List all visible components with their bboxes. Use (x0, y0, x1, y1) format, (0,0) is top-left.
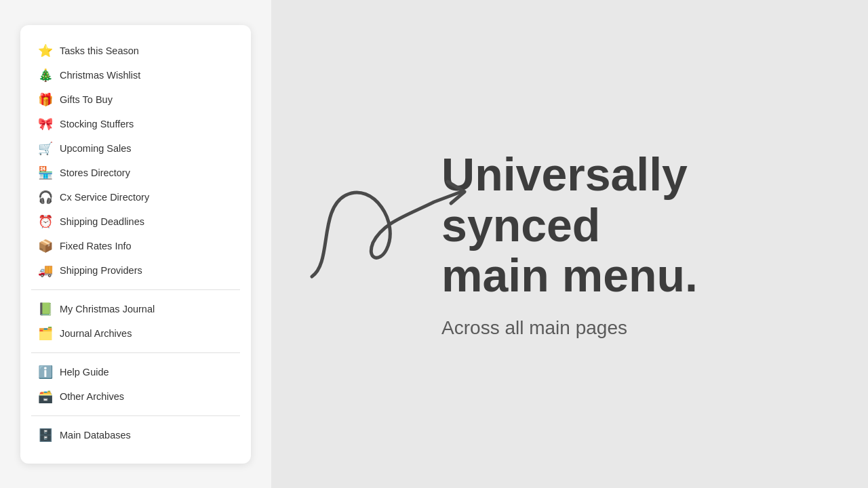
stores-directory-icon: 🏪 (38, 165, 53, 180)
sidebar-item-shipping-providers[interactable]: 🚚Shipping Providers (31, 258, 240, 283)
help-guide-label: Help Guide (60, 367, 109, 378)
sidebar-item-help-guide[interactable]: ℹ️Help Guide (31, 360, 240, 384)
other-archives-label: Other Archives (60, 391, 124, 402)
decorative-arrow (292, 155, 481, 304)
stores-directory-label: Stores Directory (60, 167, 130, 178)
nav-section-main-tasks: ⭐Tasks this Season🎄Christmas Wishlist🎁Gi… (31, 39, 240, 283)
main-databases-icon: 🗄️ (38, 428, 53, 443)
sidebar-item-fixed-rates-info[interactable]: 📦Fixed Rates Info (31, 234, 240, 258)
fixed-rates-info-icon: 📦 (38, 239, 53, 253)
tasks-this-season-icon: ⭐ (38, 43, 53, 58)
sidebar-item-my-christmas-journal[interactable]: 📗My Christmas Journal (31, 297, 240, 321)
my-christmas-journal-label: My Christmas Journal (60, 304, 155, 314)
section-divider-0 (31, 289, 240, 290)
other-archives-icon: 🗃️ (38, 389, 53, 404)
sidebar-card: ⭐Tasks this Season🎄Christmas Wishlist🎁Gi… (20, 25, 251, 464)
help-guide-icon: ℹ️ (38, 365, 53, 380)
gifts-to-buy-label: Gifts To Buy (60, 94, 113, 105)
journal-archives-label: Journal Archives (60, 328, 132, 339)
sidebar-item-cx-service-directory[interactable]: 🎧Cx Service Directory (31, 185, 240, 209)
section-divider-2 (31, 415, 240, 416)
main-subtext: Across all main pages (441, 317, 698, 339)
sidebar-item-tasks-this-season[interactable]: ⭐Tasks this Season (31, 39, 240, 63)
upcoming-sales-label: Upcoming Sales (60, 143, 132, 154)
journal-archives-icon: 🗂️ (38, 326, 53, 341)
nav-section-help: ℹ️Help Guide🗃️Other Archives (31, 360, 240, 409)
upcoming-sales-icon: 🛒 (38, 141, 53, 156)
christmas-wishlist-icon: 🎄 (38, 68, 53, 83)
shipping-providers-label: Shipping Providers (60, 265, 142, 276)
sidebar-item-upcoming-sales[interactable]: 🛒Upcoming Sales (31, 136, 240, 161)
my-christmas-journal-icon: 📗 (38, 302, 53, 317)
shipping-deadlines-icon: ⏰ (38, 214, 53, 229)
cx-service-directory-label: Cx Service Directory (60, 192, 149, 203)
tasks-this-season-label: Tasks this Season (60, 45, 139, 56)
fixed-rates-info-label: Fixed Rates Info (60, 241, 132, 251)
sidebar-item-shipping-deadlines[interactable]: ⏰Shipping Deadlines (31, 209, 240, 234)
sidebar-item-christmas-wishlist[interactable]: 🎄Christmas Wishlist (31, 63, 240, 87)
sidebar-item-stores-directory[interactable]: 🏪Stores Directory (31, 161, 240, 185)
nav-section-journal: 📗My Christmas Journal🗂️Journal Archives (31, 297, 240, 346)
shipping-providers-icon: 🚚 (38, 263, 53, 278)
section-divider-1 (31, 352, 240, 353)
sidebar-item-main-databases[interactable]: 🗄️Main Databases (31, 423, 240, 447)
left-panel: ⭐Tasks this Season🎄Christmas Wishlist🎁Gi… (0, 0, 271, 488)
christmas-wishlist-label: Christmas Wishlist (60, 70, 140, 81)
main-databases-label: Main Databases (60, 430, 131, 441)
shipping-deadlines-label: Shipping Deadlines (60, 216, 144, 227)
stocking-stuffers-icon: 🎀 (38, 117, 53, 131)
sidebar-item-stocking-stuffers[interactable]: 🎀Stocking Stuffers (31, 112, 240, 136)
nav-section-databases: 🗄️Main Databases (31, 423, 240, 447)
stocking-stuffers-label: Stocking Stuffers (60, 119, 134, 129)
cx-service-directory-icon: 🎧 (38, 190, 53, 205)
sidebar-item-other-archives[interactable]: 🗃️Other Archives (31, 384, 240, 409)
sidebar-item-journal-archives[interactable]: 🗂️Journal Archives (31, 321, 240, 346)
gifts-to-buy-icon: 🎁 (38, 92, 53, 107)
sidebar-item-gifts-to-buy[interactable]: 🎁Gifts To Buy (31, 87, 240, 112)
right-panel: Universally synced main menu. Across all… (271, 0, 868, 488)
